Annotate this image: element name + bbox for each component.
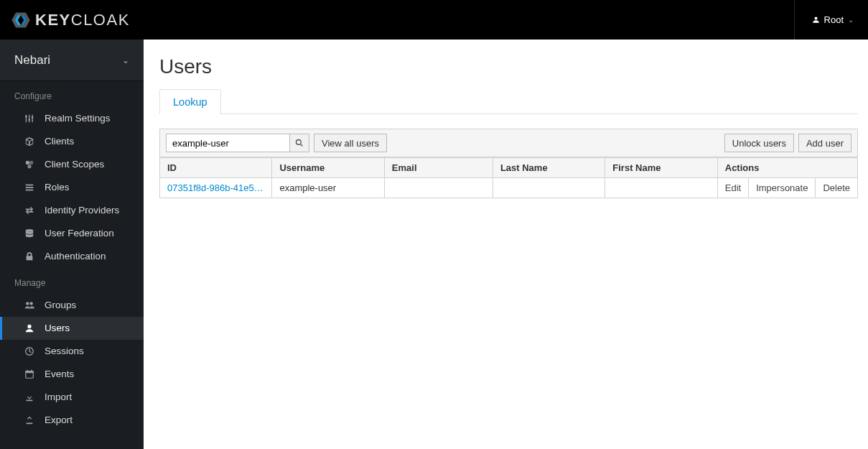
users-table: ID Username Email Last Name First Name A… — [159, 157, 858, 198]
keycloak-logo-icon — [11, 10, 31, 30]
svg-rect-24 — [31, 370, 32, 372]
svg-point-12 — [27, 165, 31, 168]
search-input[interactable] — [166, 134, 289, 152]
exchange-icon — [24, 205, 34, 216]
svg-point-17 — [26, 302, 29, 305]
col-actions: Actions — [717, 158, 857, 178]
main-content: Users Lookup View all users Unlock users… — [144, 40, 868, 449]
svg-rect-22 — [26, 371, 34, 374]
lock-icon — [24, 251, 34, 261]
realm-selector[interactable]: Nebari ⌄ — [0, 40, 144, 81]
view-all-users-button[interactable]: View all users — [314, 134, 387, 152]
col-id: ID — [160, 158, 272, 178]
nav-item-sessions[interactable]: Sessions — [0, 340, 144, 363]
svg-point-19 — [27, 325, 31, 328]
svg-point-18 — [29, 302, 32, 305]
clock-icon — [24, 346, 34, 356]
table-row: 07351f8d-986b-41e5… example-user Edit Im… — [160, 178, 858, 198]
cell-firstname — [605, 178, 717, 198]
brand-text: KEYCLOAK — [35, 11, 130, 29]
user-menu[interactable]: Root ⌄ — [794, 0, 854, 40]
svg-point-7 — [25, 116, 27, 118]
svg-point-8 — [28, 119, 30, 121]
import-icon — [24, 392, 34, 402]
svg-line-26 — [301, 144, 303, 147]
user-name: Root — [824, 14, 844, 25]
cell-username: example-user — [272, 178, 384, 198]
scopes-icon — [24, 159, 34, 170]
col-lastname: Last Name — [493, 158, 605, 178]
nav-item-client-scopes[interactable]: Client Scopes — [0, 153, 144, 176]
svg-rect-6 — [32, 115, 33, 123]
calendar-icon — [24, 369, 34, 379]
list-icon — [24, 182, 34, 193]
section-label-manage: Manage — [0, 268, 144, 294]
edit-action[interactable]: Edit — [717, 178, 748, 198]
svg-rect-13 — [26, 185, 34, 186]
svg-rect-14 — [26, 187, 34, 188]
cell-lastname — [493, 178, 605, 198]
toolbar: View all users Unlock users Add user — [159, 129, 858, 157]
svg-rect-23 — [27, 370, 28, 372]
cell-id[interactable]: 07351f8d-986b-41e5… — [160, 178, 272, 198]
svg-rect-15 — [26, 190, 34, 191]
svg-rect-5 — [29, 115, 29, 123]
nav-item-clients[interactable]: Clients — [0, 130, 144, 153]
nav-item-authentication[interactable]: Authentication — [0, 245, 144, 268]
svg-point-10 — [26, 161, 29, 165]
nav-item-user-federation[interactable]: User Federation — [0, 222, 144, 245]
chevron-down-icon: ⌄ — [848, 16, 854, 24]
svg-point-25 — [297, 140, 302, 145]
user-icon — [812, 16, 820, 24]
col-username: Username — [272, 158, 384, 178]
realm-name: Nebari — [14, 53, 50, 68]
nav-item-identity-providers[interactable]: Identity Providers — [0, 199, 144, 222]
user-icon — [24, 323, 34, 333]
svg-point-11 — [29, 161, 33, 165]
unlock-users-button[interactable]: Unlock users — [724, 134, 794, 152]
nav-item-roles[interactable]: Roles — [0, 176, 144, 199]
chevron-down-icon: ⌄ — [122, 55, 129, 65]
nav-configure: Realm Settings Clients Client Scopes Rol… — [0, 107, 144, 268]
delete-action[interactable]: Delete — [816, 178, 858, 198]
nav-item-events[interactable]: Events — [0, 363, 144, 386]
impersonate-action[interactable]: Impersonate — [749, 178, 816, 198]
tab-lookup[interactable]: Lookup — [159, 89, 221, 114]
search-button[interactable] — [289, 134, 309, 152]
nav-item-groups[interactable]: Groups — [0, 294, 144, 317]
nav-manage: Groups Users Sessions Events Import Expo… — [0, 294, 144, 432]
users-icon — [24, 300, 34, 310]
sliders-icon — [24, 114, 34, 124]
section-label-configure: Configure — [0, 81, 144, 107]
cube-icon — [24, 136, 34, 147]
nav-item-import[interactable]: Import — [0, 386, 144, 409]
header-bar: KEYCLOAK Root ⌄ — [0, 0, 868, 40]
sidebar: Nebari ⌄ Configure Realm Settings Client… — [0, 40, 144, 449]
svg-point-16 — [26, 229, 34, 232]
col-firstname: First Name — [605, 158, 717, 178]
add-user-button[interactable]: Add user — [798, 134, 851, 152]
search-icon — [295, 139, 304, 147]
nav-item-realm-settings[interactable]: Realm Settings — [0, 107, 144, 130]
export-icon — [24, 415, 34, 425]
brand-logo: KEYCLOAK — [11, 10, 130, 30]
tabs: Lookup — [159, 88, 858, 114]
cell-email — [384, 178, 493, 198]
page-title: Users — [159, 55, 858, 78]
nav-item-export[interactable]: Export — [0, 409, 144, 432]
col-email: Email — [384, 158, 493, 178]
nav-item-users[interactable]: Users — [0, 317, 144, 340]
database-icon — [24, 228, 34, 239]
svg-point-9 — [32, 116, 34, 119]
